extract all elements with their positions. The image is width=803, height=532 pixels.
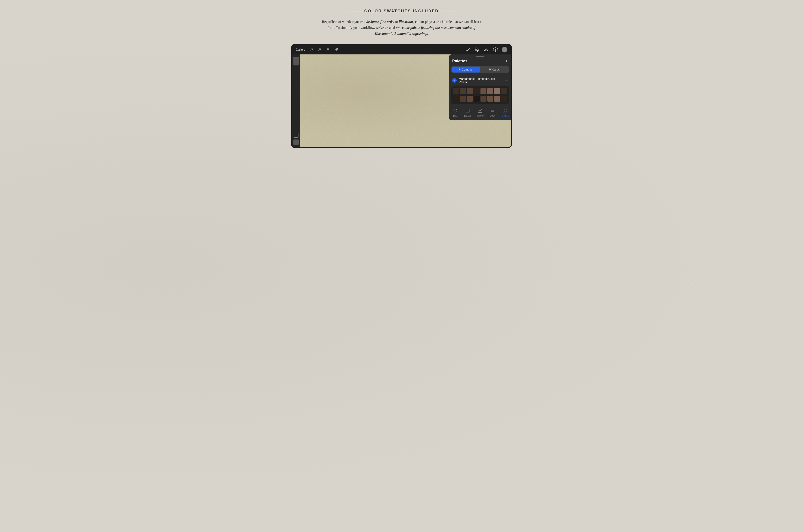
value-icon (490, 109, 495, 114)
sidebar-tab-bottom (293, 139, 299, 145)
color-swatch[interactable] (487, 88, 493, 94)
handle-bar (476, 56, 484, 57)
color-swatch[interactable] (460, 88, 466, 94)
color-swatch[interactable] (453, 88, 459, 94)
layers-icon[interactable] (492, 46, 498, 53)
canvas-area: Palettes + ⊟ Compact ⊞ Cards (292, 54, 511, 147)
tab-row: ⊟ Compact ⊞ Cards (451, 66, 509, 73)
magic-wand-icon[interactable] (317, 47, 322, 52)
disc-icon (453, 109, 458, 114)
tab-cards-label: Cards (492, 68, 500, 71)
classic-icon (466, 109, 470, 114)
svg-rect-13 (505, 109, 507, 110)
compact-icon: ⊟ (458, 68, 461, 71)
color-swatch[interactable] (494, 96, 500, 101)
section-title: COLOR SWATCHES INCLUDED (364, 9, 439, 14)
pen-icon[interactable] (474, 46, 480, 53)
classic-label: Classic (464, 115, 471, 117)
color-swatch[interactable] (494, 88, 500, 94)
palettes-panel: Palettes + ⊟ Compact ⊞ Cards (449, 54, 511, 120)
page-wrapper: COLOR SWATCHES INCLUDED Regardless of wh… (291, 9, 512, 148)
palette-item: ✓ Marcantonio Raimondi Color Palette ··· (449, 75, 511, 86)
svg-point-6 (454, 109, 457, 112)
harmony-label: Harmony (476, 115, 485, 117)
color-swatch[interactable] (501, 96, 507, 101)
value-label: Value (490, 115, 495, 117)
svg-point-7 (455, 110, 456, 111)
svg-rect-8 (466, 109, 470, 112)
palette-name: Marcantonio Raimondi Color Palette (459, 77, 503, 84)
bottom-tabs: Disc Classic (449, 106, 511, 120)
tab-value[interactable]: Value (486, 109, 498, 117)
wrench-icon[interactable] (309, 47, 314, 52)
color-swatch[interactable] (453, 96, 459, 101)
toolbar-left: Gallery (296, 47, 339, 52)
panel-add-button[interactable]: + (505, 59, 508, 64)
title-line-right (442, 11, 456, 12)
color-swatch[interactable] (467, 96, 473, 101)
tab-classic[interactable]: Classic (461, 109, 474, 117)
eraser-icon[interactable] (483, 46, 489, 53)
gallery-button[interactable]: Gallery (296, 48, 305, 51)
color-swatch[interactable] (474, 96, 480, 101)
panel-handle (449, 54, 511, 58)
ipad-mockup: Gallery (291, 44, 512, 148)
palette-more-button[interactable]: ··· (505, 78, 508, 82)
svg-line-0 (318, 50, 320, 51)
tab-disc[interactable]: Disc (449, 109, 461, 117)
panel-title: Palettes (452, 59, 468, 63)
svg-point-4 (476, 49, 477, 50)
section-title-row: COLOR SWATCHES INCLUDED (291, 9, 512, 14)
palettes-label: Palettes (501, 115, 509, 117)
color-swatch[interactable] (467, 88, 473, 94)
ipad-inner: Gallery (292, 45, 511, 147)
tab-compact-label: Compact (462, 68, 473, 71)
svg-rect-15 (505, 111, 507, 112)
palette-check-icon: ✓ (452, 78, 457, 83)
color-swatch[interactable] (480, 88, 487, 94)
description: Regardless of whether you're a designer,… (318, 19, 485, 37)
tab-palettes[interactable]: Palettes (498, 109, 511, 117)
color-swatch[interactable] (460, 96, 466, 101)
color-swatch[interactable] (501, 88, 507, 94)
brush-icon[interactable] (464, 46, 471, 53)
color-picker-circle[interactable] (501, 47, 507, 53)
tab-harmony[interactable]: Harmony (474, 109, 486, 117)
cards-icon: ⊞ (489, 68, 491, 71)
sidebar-tab-top (293, 57, 299, 65)
strikethrough-icon[interactable] (326, 47, 330, 52)
sidebar-square (294, 133, 298, 138)
drawing-canvas: Palettes + ⊟ Compact ⊞ Cards (300, 54, 511, 147)
svg-marker-5 (493, 48, 497, 49)
palettes-icon (503, 109, 507, 114)
harmony-icon (478, 109, 482, 114)
toolbar-right (464, 46, 507, 53)
title-line-left (347, 11, 361, 12)
toolbar: Gallery (292, 45, 511, 54)
swatches-grid (451, 87, 509, 104)
tab-cards[interactable]: ⊞ Cards (480, 66, 508, 73)
share-icon[interactable] (334, 47, 339, 52)
panel-header: Palettes + (449, 58, 511, 66)
svg-rect-14 (503, 111, 505, 112)
color-swatch[interactable] (474, 88, 480, 94)
color-swatch[interactable] (487, 96, 493, 101)
left-sidebar (292, 54, 300, 147)
color-swatch[interactable] (480, 96, 487, 101)
svg-rect-12 (503, 109, 505, 110)
tab-compact[interactable]: ⊟ Compact (452, 66, 480, 73)
disc-label: Disc (453, 115, 457, 117)
